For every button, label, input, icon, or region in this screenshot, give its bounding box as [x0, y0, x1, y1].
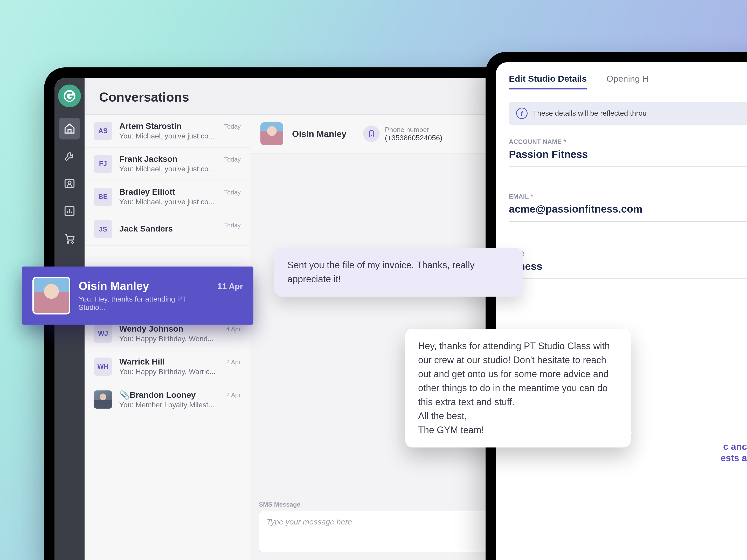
phone-block: Phone number (+353860524056) [363, 126, 442, 142]
svg-point-6 [371, 135, 372, 136]
avatar-initials: JS [94, 220, 112, 238]
chat-contact-name: Oisín Manley [292, 129, 346, 139]
email-value[interactable]: acme@passionfitness.com [509, 203, 747, 215]
info-icon: i [516, 108, 527, 119]
compose-area: SMS Message Type your message here [250, 493, 521, 560]
field-divider [509, 278, 747, 279]
nav-contacts[interactable] [59, 173, 80, 194]
field-partial: TER fitness [509, 250, 747, 279]
svg-point-4 [72, 242, 73, 243]
selected-text: Oisín Manley You: Hey, thanks for attend… [79, 279, 209, 312]
phone-icon-button[interactable] [363, 126, 380, 142]
compose-label: SMS Message [259, 501, 513, 508]
nav-home[interactable] [59, 118, 80, 139]
account-name-label: ACCOUNT NAME * [509, 138, 747, 145]
nav-settings[interactable] [59, 145, 80, 167]
field-divider [509, 221, 747, 222]
message-bubble-outgoing: Hey, thanks for attending PT Studio Clas… [405, 329, 631, 448]
conversation-item[interactable]: WH Warrick HillYou: Happy Birthday, Warr… [84, 350, 250, 383]
partial-field-value[interactable]: fitness [509, 261, 747, 272]
bar-chart-icon [63, 205, 76, 217]
tab-opening-hours[interactable]: Opening H [607, 74, 649, 89]
avatar-initials: WH [94, 357, 112, 376]
home-icon [63, 123, 76, 135]
compose-input[interactable]: Type your message here [259, 511, 513, 552]
conversation-item[interactable]: JS Jack Sanders Today [84, 213, 250, 245]
conversation-item[interactable]: AS Artem Starostin You: Michael, you've … [84, 114, 250, 148]
details-tabs: Edit Studio Details Opening H [509, 74, 747, 89]
partial-field-label: TER [509, 250, 747, 258]
avatar-photo [94, 391, 112, 408]
selected-preview: You: Hey, thanks for attending PT Studio… [79, 295, 209, 312]
nav-reports[interactable] [59, 200, 80, 222]
conversation-preview: You: Michael, you've just co... [119, 132, 217, 140]
message-bubble-incoming: Sent you the file of my invoice. Thanks,… [275, 248, 523, 297]
mobile-phone-icon [367, 130, 375, 138]
contact-card-icon [63, 178, 76, 189]
phone-value: (+353860524056) [385, 134, 442, 142]
wrench-icon [63, 150, 76, 162]
conversation-preview: You: Member Loyalty Milest... [119, 401, 219, 409]
conversation-item[interactable]: BE Bradley ElliottYou: Michael, you've j… [84, 181, 250, 213]
selected-name: Oisín Manley [79, 279, 209, 292]
conversation-date: Today [224, 121, 241, 130]
conversation-name: Artem Starostin [119, 121, 217, 131]
conversation-preview: You: Michael, you've just co... [119, 198, 217, 206]
conversation-name: Frank Jackson [119, 154, 217, 164]
selected-date: 11 Apr [217, 267, 243, 291]
account-name-value[interactable]: Passion Fitness [509, 149, 747, 160]
conversation-item[interactable]: FJ Frank JacksonYou: Michael, you've jus… [84, 148, 250, 181]
svg-point-3 [67, 242, 69, 243]
avatar-initials: WJ [94, 325, 112, 343]
field-account-name: ACCOUNT NAME * Passion Fitness [509, 138, 747, 167]
conversation-preview: You: Happy Birthday, Warric... [119, 368, 219, 376]
nav-store[interactable] [59, 228, 80, 249]
field-email: EMAIL * acme@passionfitness.com [509, 193, 747, 222]
conversation-date: 2 Apr [226, 390, 241, 399]
partial-link-text-2: ests a [721, 453, 747, 463]
field-divider [509, 166, 747, 167]
tablet-frame-right: Edit Studio Details Opening H i These de… [486, 52, 747, 560]
avatar-initials: FJ [94, 155, 112, 173]
partial-link-text-1: c anc [723, 441, 747, 452]
info-banner-text: These details will be reflected throu [533, 109, 647, 117]
page-title: Conversations [84, 78, 521, 114]
conversation-preview: You: Happy Birthday, Wend... [119, 335, 219, 343]
conversation-preview: You: Michael, you've just co... [119, 165, 217, 173]
conversation-date: Today [224, 154, 241, 163]
selected-avatar [32, 277, 70, 315]
conversation-name: Wendy Johnson [119, 324, 219, 334]
screen-right: Edit Studio Details Opening H i These de… [496, 62, 747, 560]
conversation-date: Today [224, 220, 241, 229]
conversation-date: Today [224, 187, 241, 196]
chat-header: Oisín Manley Phone number (+353860524056… [250, 114, 521, 154]
conversation-item[interactable]: 📎Brandon LooneyYou: Member Loyalty Miles… [84, 383, 250, 416]
logo-glyph-icon [62, 89, 77, 103]
cart-icon [63, 233, 76, 244]
conversation-name: Warrick Hill [119, 357, 219, 367]
conversation-text: Artem Starostin You: Michael, you've jus… [119, 121, 217, 140]
phone-label: Phone number [385, 126, 442, 134]
conversation-name: Jack Sanders [119, 224, 217, 234]
conversation-name: Bradley Elliott [119, 187, 217, 197]
conversation-date: 4 Apr [226, 324, 241, 333]
avatar-initials: AS [94, 122, 112, 140]
info-banner: i These details will be reflected throu [509, 102, 747, 125]
conversation-date: 2 Apr [226, 357, 241, 366]
email-label: EMAIL * [509, 193, 747, 200]
chat-avatar[interactable] [260, 123, 283, 145]
tab-edit-studio-details[interactable]: Edit Studio Details [509, 74, 587, 89]
app-logo[interactable] [58, 84, 81, 107]
conversation-list[interactable]: AS Artem Starostin You: Michael, you've … [84, 114, 250, 560]
svg-point-1 [68, 181, 71, 184]
selected-conversation-card[interactable]: Oisín Manley You: Hey, thanks for attend… [22, 267, 253, 325]
conversation-name: 📎Brandon Looney [119, 390, 219, 400]
avatar-initials: BE [94, 188, 112, 206]
